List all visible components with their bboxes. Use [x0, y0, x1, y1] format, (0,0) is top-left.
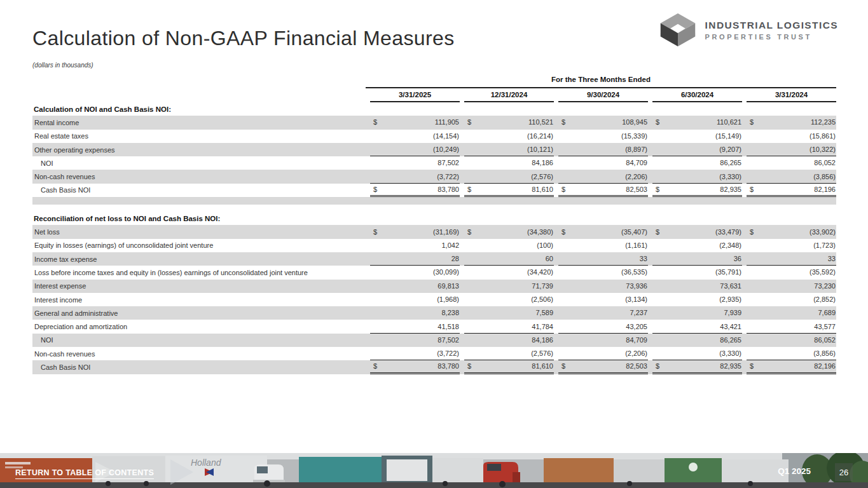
value-cell: $83,780 [370, 360, 460, 374]
dollar-sign: $ [747, 228, 754, 236]
row-label: Cash Basis NOI [32, 186, 366, 194]
cell-value: (35,791) [715, 268, 742, 276]
value-cell: 84,186 [464, 334, 554, 347]
value-cell: 43,577 [747, 320, 836, 333]
cell-value: 82,503 [626, 186, 648, 193]
dollar-sign: $ [558, 362, 565, 370]
value-cell: 41,784 [464, 320, 554, 333]
dollar-sign: $ [370, 362, 377, 370]
value-cell: $82,503 [558, 184, 648, 197]
row-label: General and administrative [32, 309, 366, 317]
dollar-sign: $ [464, 362, 471, 370]
value-cell: $110,521 [464, 116, 554, 129]
dollar-sign: $ [464, 186, 471, 193]
cell-value: 84,186 [532, 336, 554, 344]
cell-value: (31,169) [433, 228, 460, 236]
value-cell: 28 [370, 252, 460, 266]
cell-value: 87,502 [437, 336, 460, 344]
section-header: Reconciliation of net loss to NOI and Ca… [32, 212, 836, 225]
cell-value: 71,739 [532, 282, 554, 290]
value-cell: 84,186 [464, 156, 554, 170]
cell-value: (2,576) [531, 349, 554, 357]
section-header: Calculation of NOI and Cash Basis NOI: [32, 102, 836, 116]
cell-value: 86,052 [814, 336, 836, 344]
cell-value: (1,968) [437, 295, 460, 303]
row-label: Depreciation and amortization [32, 323, 366, 330]
cell-value: 73,631 [720, 282, 742, 290]
value-cell: (10,322) [747, 143, 836, 156]
value-cell: 86,265 [652, 156, 742, 170]
cell-value: 81,610 [532, 362, 554, 370]
value-cell: (2,935) [652, 293, 742, 306]
cell-value: (15,149) [715, 132, 742, 140]
column-header: 6/30/2024 [652, 88, 742, 102]
value-cell: 84,709 [558, 334, 648, 347]
cell-value: 82,503 [626, 362, 648, 370]
row-label: Net loss [32, 228, 366, 236]
svg-text:Holland: Holland [191, 458, 222, 468]
page-subtitle: (dollars in thousands) [32, 62, 93, 69]
value-cell: (36,535) [558, 266, 648, 279]
value-cell: (34,420) [464, 266, 554, 279]
cell-value: 81,610 [532, 186, 554, 193]
row-label: Other operating expenses [32, 146, 366, 154]
dollar-sign: $ [370, 228, 377, 236]
cell-value: 1,042 [441, 241, 460, 249]
value-cell: 43,421 [652, 320, 742, 333]
dollar-sign: $ [747, 118, 754, 126]
value-cell: 87,502 [370, 156, 460, 170]
value-cell: (3,330) [652, 347, 742, 360]
table-row: Non-cash revenues(3,722)(2,576)(2,206)(3… [32, 170, 836, 183]
row-label: Cash Basis NOI [32, 363, 366, 371]
cell-value: (3,856) [813, 349, 836, 357]
cell-value: (1,161) [625, 241, 648, 249]
return-to-toc-link[interactable]: RETURN TO TABLE OF CONTENTS [15, 468, 154, 479]
cell-value: (2,348) [719, 241, 742, 249]
cell-value: 84,709 [626, 336, 648, 344]
row-label: NOI [32, 159, 366, 167]
table-row: Income tax expense2860333633 [32, 252, 836, 266]
spacer-row [32, 197, 836, 205]
row-label: Income tax expense [32, 255, 366, 263]
value-cell: (15,339) [558, 130, 648, 143]
cell-value: 82,196 [814, 186, 836, 193]
value-cell: 7,237 [558, 306, 648, 320]
column-header: 9/30/2024 [558, 88, 648, 102]
row-label: Interest expense [32, 282, 366, 290]
cell-value: 7,939 [724, 309, 742, 316]
cell-value: 7,589 [535, 309, 554, 316]
dollar-sign: $ [558, 186, 565, 193]
cell-value: (10,121) [527, 146, 554, 153]
value-cell: (3,330) [652, 170, 742, 183]
logo-text: INDUSTRIAL LOGISTICS PROPERTIES TRUST [705, 20, 838, 41]
table-row: Cash Basis NOI$83,780$81,610$82,503$82,9… [32, 360, 836, 374]
cell-value: 36 [734, 255, 742, 262]
value-cell: (14,154) [370, 130, 460, 143]
value-cell: (3,134) [558, 293, 648, 306]
value-cell: (35,791) [652, 266, 742, 279]
cell-value: 33 [640, 255, 648, 262]
table-row: Cash Basis NOI$83,780$81,610$82,503$82,9… [32, 184, 836, 197]
value-cell: (35,592) [747, 266, 836, 279]
value-cell: 33 [558, 252, 648, 266]
dollar-sign: $ [370, 118, 377, 126]
cell-value: (10,322) [809, 146, 836, 153]
value-cell: 8,238 [370, 306, 460, 320]
cell-value: 112,235 [811, 118, 836, 126]
row-label: Equity in losses (earnings) of unconsoli… [32, 241, 366, 249]
cell-value: (36,535) [621, 268, 648, 276]
value-cell: $(31,169) [370, 225, 460, 238]
value-cell: $110,621 [652, 116, 742, 129]
cell-value: 83,780 [437, 362, 460, 370]
cell-value: (34,380) [527, 228, 554, 236]
cell-value: 41,518 [437, 323, 460, 330]
row-label: NOI [32, 336, 366, 344]
cell-value: 82,196 [814, 362, 836, 370]
dollar-sign: $ [652, 362, 659, 370]
table-row: Interest income(1,968)(2,506)(3,134)(2,9… [32, 293, 836, 306]
cell-value: (8,897) [625, 146, 648, 153]
cell-value: (34,420) [527, 268, 554, 276]
table-row: Net loss$(31,169)$(34,380)$(35,407)$(33,… [32, 225, 836, 238]
value-cell: $(33,479) [652, 225, 742, 238]
cell-value: 7,689 [818, 309, 836, 316]
